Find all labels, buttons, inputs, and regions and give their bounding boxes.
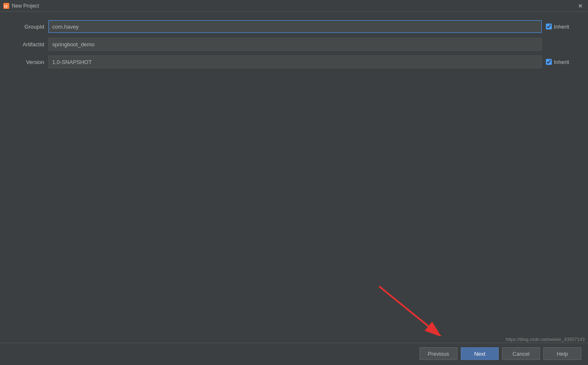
- groupid-inherit-label: Inherit: [554, 24, 569, 30]
- title-bar: IJ New Project ✕: [0, 0, 588, 12]
- close-button[interactable]: ✕: [576, 2, 585, 10]
- previous-button[interactable]: Previous: [420, 347, 457, 360]
- version-row: Version Inherit: [8, 56, 580, 68]
- footer-buttons: Previous Next Cancel Help: [0, 343, 588, 365]
- groupid-row: GroupId Inherit: [8, 20, 580, 33]
- next-button[interactable]: Next: [461, 347, 499, 360]
- groupid-label: GroupId: [8, 24, 44, 30]
- artifactid-input[interactable]: [48, 38, 542, 51]
- groupid-inherit-wrap: Inherit: [546, 24, 580, 30]
- main-content: GroupId Inherit ArtifactId Inherit Versi…: [0, 12, 588, 72]
- cancel-button[interactable]: Cancel: [502, 347, 540, 360]
- groupid-input[interactable]: [48, 20, 542, 33]
- help-button[interactable]: Help: [543, 347, 581, 360]
- intellij-icon: IJ: [3, 3, 9, 9]
- artifactid-row: ArtifactId Inherit: [8, 38, 580, 51]
- svg-text:IJ: IJ: [4, 4, 8, 8]
- version-label: Version: [8, 59, 44, 65]
- title-bar-left: IJ New Project: [3, 3, 39, 9]
- version-inherit-label: Inherit: [554, 59, 569, 65]
- footer-url: https://blog.csdn.net/weixin_43957143: [0, 336, 588, 343]
- footer: https://blog.csdn.net/weixin_43957143 Pr…: [0, 336, 588, 365]
- artifactid-label: ArtifactId: [8, 41, 44, 48]
- version-inherit-wrap: Inherit: [546, 59, 580, 65]
- window-title: New Project: [12, 3, 39, 9]
- version-input[interactable]: [48, 56, 542, 68]
- groupid-inherit-checkbox[interactable]: [546, 24, 552, 29]
- svg-line-3: [379, 286, 441, 337]
- version-inherit-checkbox[interactable]: [546, 59, 552, 65]
